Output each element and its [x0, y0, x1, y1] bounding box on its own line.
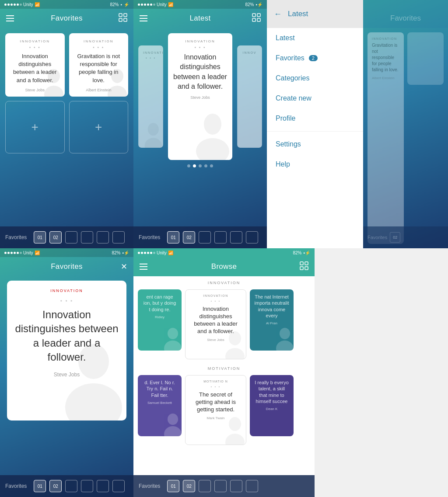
tab-05-1[interactable]: [97, 231, 109, 243]
tab-03-4[interactable]: [65, 480, 77, 492]
tab-04-2[interactable]: [214, 231, 227, 243]
detail-content: INNOVATION • • • Innovation distinguishe…: [0, 276, 133, 425]
menu-item-settings[interactable]: Settings: [267, 134, 363, 154]
menu-item-categories[interactable]: Categories: [267, 68, 363, 88]
tab-06-4[interactable]: [112, 480, 125, 492]
motivation-main-dots: • • •: [190, 385, 242, 389]
tab-01-2[interactable]: 01: [167, 231, 179, 243]
innovation-right-author: Al Fran: [254, 321, 289, 325]
svg-point-26: [280, 328, 290, 339]
tab-04-4[interactable]: [81, 480, 93, 492]
large-card-dots: • • •: [60, 298, 73, 304]
add-card-2[interactable]: +: [69, 101, 129, 153]
battery-icon-2: ▪⚡: [256, 2, 262, 7]
tab-01-5[interactable]: 01: [167, 480, 179, 492]
motivation-main-quote: The secret of getting ahead is getting s…: [190, 391, 242, 414]
tab-03-1[interactable]: [65, 231, 77, 243]
layout-toggle-5[interactable]: [300, 261, 308, 272]
tab-02-2[interactable]: 02: [183, 231, 195, 243]
page-title-latest: Latest: [189, 14, 210, 23]
category-label-innovation: INNOVATION: [133, 281, 315, 285]
menu-item-favorites[interactable]: Favorites 2: [267, 48, 363, 68]
nav-bar-detail: Favorites ✕: [0, 257, 133, 276]
tab-06-2[interactable]: [246, 231, 258, 243]
hamburger-menu[interactable]: [6, 15, 14, 21]
tab-05-4[interactable]: [97, 480, 109, 492]
carousel-card-left[interactable]: INNOVATION • • •: [138, 45, 163, 148]
motivation-left-quote: d. Ever l. No r. Try n. Fail n. Fail tte…: [142, 379, 177, 398]
motivation-card-left[interactable]: d. Ever l. No r. Try n. Fail n. Fail tte…: [138, 375, 182, 436]
category-motivation: MOTIVATION d. Ever l. No r. Try n. Fail …: [133, 366, 315, 445]
menu-overlay: ← Latest Latest Favorites 2 Categories C…: [267, 0, 448, 248]
tab-03-5[interactable]: [199, 480, 211, 492]
layout-toggle-2[interactable]: [252, 13, 261, 24]
tab-04-5[interactable]: [214, 480, 227, 492]
svg-rect-10: [252, 18, 256, 21]
layout-toggle[interactable]: [119, 13, 127, 24]
menu-item-latest[interactable]: Latest: [267, 28, 363, 48]
tab-02-5[interactable]: 02: [183, 480, 195, 492]
tab-02-4[interactable]: 02: [49, 480, 62, 492]
add-card-1[interactable]: +: [5, 101, 65, 153]
screen-browse: Unity 📶 82% ▪⚡ Browse: [133, 248, 315, 497]
page-dot-2[interactable]: [193, 164, 196, 167]
tab-05-5[interactable]: [230, 480, 242, 492]
carousel-card-main[interactable]: INNOVATION • • • Innovation distinguishe…: [168, 33, 232, 160]
menu-item-profile[interactable]: Profile: [267, 108, 363, 129]
page-indicator: [187, 164, 213, 167]
carousel-card-right[interactable]: INNOV: [237, 45, 262, 148]
innovation-card-main[interactable]: INNOVATION • • • Innovation distinguishe…: [185, 289, 246, 359]
svg-rect-11: [257, 18, 260, 21]
svg-rect-20: [300, 267, 303, 270]
hamburger-2[interactable]: [140, 15, 147, 21]
quote-card-1[interactable]: INNOVATION • • • Innovation distinguishe…: [5, 33, 65, 97]
svg-point-14: [204, 114, 221, 135]
tab-01-4[interactable]: 01: [34, 480, 46, 492]
wifi-icon-4: 📶: [35, 250, 40, 255]
tab-01-1[interactable]: 01: [34, 231, 46, 243]
charging-icon: ⚡: [124, 2, 129, 7]
motivation-left-author: Samuel Beckett: [142, 401, 177, 405]
svg-point-13: [145, 138, 162, 148]
tab-04-1[interactable]: [81, 231, 93, 243]
tab-02-1[interactable]: 02: [49, 231, 62, 243]
page-dot-1[interactable]: [187, 164, 190, 167]
signal-dot: [17, 3, 19, 6]
quote-card-2[interactable]: INNOVATION • • • Gravitation is not resp…: [69, 33, 129, 97]
large-card-category: INNOVATION: [50, 288, 83, 293]
menu-item-create[interactable]: Create new: [267, 88, 363, 108]
category-innovation: INNOVATION ent can rage ion, but y doing…: [133, 281, 315, 359]
page-dot-4[interactable]: [204, 164, 207, 167]
svg-rect-21: [305, 267, 308, 270]
innovation-card-right[interactable]: The nat Internet importa neutralit innov…: [250, 289, 294, 351]
carousel-left-dots: • • •: [143, 56, 158, 60]
battery-icon-5: ▪⚡: [303, 250, 310, 255]
svg-rect-9: [257, 14, 260, 17]
motivation-card-right[interactable]: I really b everyo talent, a skill that m…: [250, 375, 294, 436]
page-dot-5[interactable]: [210, 164, 213, 167]
close-button[interactable]: ✕: [121, 262, 127, 271]
battery-icon-4: ▪⚡: [122, 250, 129, 255]
tab-06-5[interactable]: [246, 480, 258, 492]
bg-card-2: [407, 32, 444, 85]
tab-05-2[interactable]: [230, 231, 242, 243]
svg-point-29: [164, 426, 182, 436]
menu-item-help[interactable]: Help: [267, 154, 363, 174]
page-dot-3[interactable]: [199, 164, 202, 167]
status-bar-2: Unity 📶 82% ▪⚡: [133, 0, 267, 9]
tab-03-2[interactable]: [199, 231, 211, 243]
tab-label-1: Favorites: [5, 234, 27, 240]
status-bar-4: Unity 📶 82% ▪⚡: [0, 248, 133, 257]
back-arrow[interactable]: ←: [274, 10, 282, 19]
large-quote-card[interactable]: INNOVATION • • • Innovation distinguishe…: [7, 281, 126, 421]
tab-06-1[interactable]: [112, 231, 125, 243]
svg-point-24: [229, 331, 241, 345]
motivation-card-main[interactable]: MOTIVATIO N • • • The secret of getting …: [185, 375, 246, 445]
carrier-5: Unity: [157, 250, 167, 255]
latest-carousel: INNOVATION • • • INNOVATION • • • Innova…: [133, 28, 267, 177]
carousel-left-category: INNOVATION: [143, 51, 158, 55]
wifi-icon: 📶: [35, 2, 40, 7]
hamburger-5[interactable]: [140, 264, 147, 270]
svg-rect-1: [124, 14, 127, 17]
innovation-card-left[interactable]: ent can rage ion, but y doing t doing re…: [138, 289, 182, 351]
